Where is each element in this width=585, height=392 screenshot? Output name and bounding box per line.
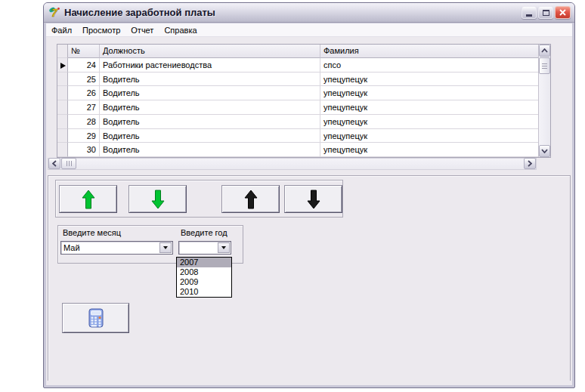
- cell-surname[interactable]: упецупецук: [320, 143, 538, 157]
- vertical-scrollbar[interactable]: [538, 45, 550, 157]
- cell-surname[interactable]: упецупецук: [320, 100, 538, 115]
- nav-first-button[interactable]: [59, 185, 117, 213]
- minimize-icon: [526, 14, 532, 17]
- cell-num[interactable]: 26: [68, 86, 100, 100]
- thumb-grip: [542, 63, 547, 69]
- row-indicator: [57, 86, 68, 100]
- year-label: Введите год: [181, 228, 228, 237]
- active-row-indicator: [57, 58, 68, 73]
- grid-header-num: №: [68, 45, 100, 58]
- nav-prev-button[interactable]: [221, 185, 280, 213]
- table-row[interactable]: 28 Водитель упецупецук: [57, 115, 538, 129]
- menubar: Файл Просмотр Отчет Справка: [46, 23, 572, 37]
- black-arrow-up-icon: [244, 190, 258, 209]
- menu-help[interactable]: Справка: [159, 24, 202, 36]
- grid-header-indicator: [57, 45, 68, 58]
- table-row[interactable]: 30 Водитель упецупецук: [57, 143, 538, 157]
- cell-surname[interactable]: упецупецук: [320, 73, 538, 87]
- cell-position[interactable]: Водитель: [100, 86, 320, 100]
- dropdown-arrow-icon: [163, 246, 168, 249]
- dropdown-arrow-icon: [221, 246, 226, 249]
- vertical-scroll-thumb[interactable]: [539, 57, 550, 74]
- year-dropdown-list: 2007 2008 2009 2010: [176, 257, 232, 298]
- svg-text:7: 7: [51, 7, 58, 19]
- chevron-left-icon: [52, 160, 57, 167]
- maximize-button[interactable]: [538, 6, 553, 19]
- nav-next-button[interactable]: [284, 185, 342, 213]
- grid-header-row: № Должность Фамилия: [57, 45, 538, 58]
- close-button[interactable]: [555, 6, 571, 19]
- scroll-right-button[interactable]: [524, 158, 536, 169]
- year-combobox[interactable]: [178, 241, 231, 255]
- status-strip: [46, 381, 572, 385]
- scroll-up-button[interactable]: [539, 45, 550, 57]
- month-label: Введите месяц: [63, 228, 121, 237]
- row-indicator: [57, 129, 68, 144]
- table-row[interactable]: 24 Работники растениеводства спсо: [57, 58, 538, 73]
- nav-last-button[interactable]: [128, 185, 187, 213]
- cell-num[interactable]: 28: [68, 115, 100, 129]
- cell-position[interactable]: Водитель: [100, 115, 320, 129]
- year-option-2008[interactable]: 2008: [177, 267, 231, 277]
- client-area: Файл Просмотр Отчет Справка № Должность …: [46, 23, 572, 385]
- table-row[interactable]: 27 Водитель упецупецук: [57, 100, 538, 115]
- green-arrow-down-icon: [151, 190, 165, 209]
- table-row[interactable]: 29 Водитель упецупецук: [57, 129, 538, 144]
- menu-file[interactable]: Файл: [46, 24, 77, 36]
- cell-position[interactable]: Водитель: [100, 100, 320, 115]
- close-icon: [559, 9, 566, 16]
- grid-header-surname: Фамилия: [320, 45, 538, 58]
- year-option-2010[interactable]: 2010: [177, 287, 231, 297]
- menu-report[interactable]: Отчет: [125, 24, 159, 36]
- cell-num[interactable]: 24: [68, 58, 100, 73]
- row-indicator: [57, 100, 68, 115]
- cell-surname[interactable]: спсо: [320, 58, 538, 73]
- green-arrow-up-icon: [82, 190, 95, 209]
- month-value: Май: [63, 243, 80, 252]
- chevron-up-icon: [541, 48, 548, 53]
- cell-position[interactable]: Водитель: [100, 143, 320, 157]
- cell-num[interactable]: 25: [68, 73, 100, 87]
- cell-num[interactable]: 30: [68, 143, 100, 157]
- cell-surname[interactable]: упецупецук: [320, 115, 538, 129]
- cell-surname[interactable]: упецупецук: [320, 129, 538, 144]
- calculate-button[interactable]: [62, 303, 129, 333]
- cell-position[interactable]: Водитель: [100, 129, 320, 144]
- cell-position[interactable]: Водитель: [100, 73, 320, 87]
- table-row[interactable]: 25 Водитель упецупецук: [57, 73, 538, 87]
- app-window: 7 Начисление заработной платы Файл Просм…: [43, 2, 575, 388]
- row-indicator: [57, 115, 68, 129]
- chevron-down-icon: [541, 149, 548, 153]
- row-indicator: [57, 143, 68, 157]
- year-option-2009[interactable]: 2009: [177, 277, 231, 287]
- thumb-grip: [67, 161, 72, 166]
- cell-surname[interactable]: упецупецук: [320, 86, 538, 100]
- scroll-down-button[interactable]: [539, 145, 550, 157]
- cell-num[interactable]: 27: [68, 100, 100, 115]
- window-title: Начисление заработной платы: [64, 7, 215, 18]
- calculator-icon: [88, 308, 104, 329]
- table-row[interactable]: 26 Водитель упецупецук: [57, 86, 538, 100]
- maximize-icon: [543, 10, 549, 16]
- scroll-left-button[interactable]: [48, 158, 60, 169]
- cell-position[interactable]: Работники растениеводства: [100, 58, 320, 73]
- menu-view[interactable]: Просмотр: [77, 24, 125, 36]
- chevron-right-icon: [528, 160, 532, 167]
- horizontal-scrollbar[interactable]: [48, 158, 537, 170]
- month-dropdown-button[interactable]: [159, 242, 172, 253]
- grid-body: № Должность Фамилия 24 Работники растени…: [57, 45, 538, 157]
- row-marker-icon: [60, 63, 66, 69]
- titlebar[interactable]: 7 Начисление заработной платы: [44, 3, 574, 23]
- month-combobox[interactable]: Май: [60, 241, 173, 255]
- black-arrow-down-icon: [307, 190, 320, 209]
- grid-header-position: Должность: [100, 45, 320, 58]
- payroll-grid: № Должность Фамилия 24 Работники растени…: [57, 44, 551, 158]
- minimize-button[interactable]: [522, 6, 537, 19]
- horizontal-scroll-thumb[interactable]: [61, 158, 76, 169]
- year-option-2007[interactable]: 2007: [177, 258, 231, 267]
- row-indicator: [57, 73, 68, 87]
- year-dropdown-button[interactable]: [218, 242, 230, 253]
- delphi-app-icon: 7: [48, 6, 61, 19]
- cell-num[interactable]: 29: [68, 129, 100, 144]
